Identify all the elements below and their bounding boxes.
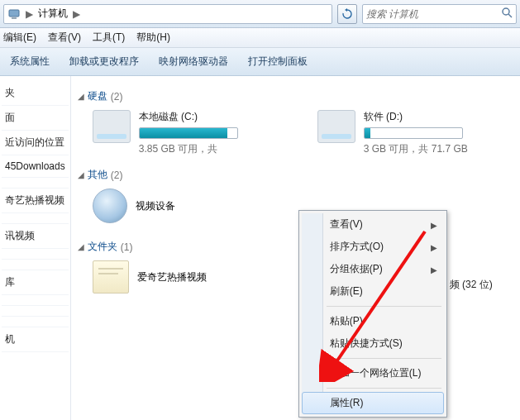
group-header-drives[interactable]: ◢ 硬盘 (2) [78,89,516,103]
ctx-add-network-location[interactable]: 添加一个网络位置(L) [302,362,444,384]
collapse-icon: ◢ [78,92,84,101]
submenu-arrow-icon: ▶ [431,265,437,274]
computer-icon [6,6,22,22]
submenu-arrow-icon: ▶ [431,242,437,251]
ctx-label: 属性(R) [330,397,364,408]
search-box[interactable] [362,4,517,24]
ctx-group[interactable]: 分组依据(P) ▶ [302,258,444,280]
main-area: 夹 面 近访问的位置 45Downloads 奇艺热播视频 讯视频 库 机 ◢ … [0,76,520,420]
device-name: 视频设备 [136,199,175,213]
camera-icon [93,189,127,223]
group-label: 其他 [88,168,107,182]
ctx-label: 分组依据(P) [330,263,383,274]
cmd-control-panel[interactable]: 打开控制面板 [248,55,308,69]
usage-bar [139,127,238,139]
drive-c[interactable]: 本地磁盘 (C:) 3.85 GB 可用，共 [93,110,291,156]
drive-free-text: 3.85 GB 可用，共 [139,142,238,156]
refresh-button[interactable] [337,4,357,24]
sidebar-item [2,317,69,327]
ctx-sort[interactable]: 排序方式(O) ▶ [302,236,444,258]
group-label: 文件夹 [88,240,117,254]
drive-name: 软件 (D:) [364,110,468,124]
cmd-uninstall[interactable]: 卸载或更改程序 [69,55,139,69]
svg-rect-0 [9,10,19,17]
sidebar-item [2,249,69,260]
menu-bar: 编辑(E) 查看(V) 工具(T) 帮助(H) [0,28,520,48]
sidebar-item[interactable]: 机 [2,327,69,352]
menu-view[interactable]: 查看(V) [48,31,81,45]
usage-bar [364,127,463,139]
ctx-label: 粘贴(P) [330,315,363,327]
ctx-label: 刷新(E) [330,285,363,297]
ctx-separator [327,306,441,307]
sidebar-item[interactable]: 讯视频 [2,224,69,249]
sidebar-item[interactable]: 面 [2,106,69,131]
context-menu: 查看(V) ▶ 排序方式(O) ▶ 分组依据(P) ▶ 刷新(E) 粘贴(P) … [298,210,447,418]
group-label: 硬盘 [88,89,107,103]
ctx-view[interactable]: 查看(V) ▶ [302,213,444,236]
group-count: (2) [111,169,123,181]
sidebar-item [2,306,69,317]
breadcrumb-sep-icon: ▶ [22,8,36,20]
ctx-label: 查看(V) [330,218,363,230]
sidebar-item [2,295,69,306]
search-input[interactable] [366,8,501,20]
navigation-pane[interactable]: 夹 面 近访问的位置 45Downloads 奇艺热播视频 讯视频 库 机 [0,76,71,420]
hdd-icon [317,110,355,143]
drive-d[interactable]: 软件 (D:) 3 GB 可用，共 71.7 GB [317,110,516,156]
menu-help[interactable]: 帮助(H) [136,31,170,45]
hdd-icon [93,110,131,143]
sidebar-item[interactable]: 近访问的位置 [2,131,69,155]
ctx-label: 添加一个网络位置(L) [330,367,422,379]
sidebar-item[interactable]: 45Downloads [2,155,69,178]
cmd-map-network-drive[interactable]: 映射网络驱动器 [159,55,228,69]
ctx-separator [327,358,441,359]
breadcrumb-sep-icon: ▶ [69,8,83,20]
command-bar: 系统属性 卸载或更改程序 映射网络驱动器 打开控制面板 [0,48,520,76]
collapse-icon: ◢ [78,242,84,251]
cmd-system-properties[interactable]: 系统属性 [10,55,50,69]
breadcrumb[interactable]: ▶ 计算机 ▶ [3,4,332,24]
breadcrumb-location[interactable]: 计算机 [36,7,69,21]
group-header-other[interactable]: ◢ 其他 (2) [78,168,516,182]
ctx-paste[interactable]: 粘贴(P) [302,310,444,332]
sidebar-item[interactable]: 奇艺热播视频 [2,189,69,213]
sidebar-item [2,260,69,270]
drive-free-text: 3 GB 可用，共 71.7 GB [364,142,468,156]
sidebar-item[interactable]: 夹 [2,81,69,106]
file-icon [93,260,129,294]
ctx-separator [327,388,441,389]
device-item-right[interactable]: 频 (32 位) [450,278,493,292]
submenu-arrow-icon: ▶ [431,220,437,229]
address-bar: ▶ 计算机 ▶ [0,0,520,28]
content-pane[interactable]: ◢ 硬盘 (2) 本地磁盘 (C:) 3.85 GB 可用，共 软件 (D:) … [71,76,520,420]
ctx-properties[interactable]: 属性(R) [302,392,444,414]
svg-point-2 [503,8,509,15]
ctx-paste-shortcut[interactable]: 粘贴快捷方式(S) [302,332,444,355]
ctx-label: 排序方式(O) [330,241,384,252]
drive-name: 本地磁盘 (C:) [139,110,238,124]
sidebar-item [2,178,69,189]
folder-name: 爱奇艺热播视频 [137,270,207,284]
search-icon [501,7,513,21]
group-header-folders[interactable]: ◢ 文件夹 (1) [78,240,516,254]
svg-rect-1 [12,17,17,19]
ctx-label: 粘贴快捷方式(S) [330,337,403,349]
menu-edit[interactable]: 编辑(E) [3,31,36,45]
svg-line-3 [508,14,512,17]
group-count: (2) [111,91,123,103]
sidebar-item[interactable]: 库 [2,270,69,295]
ctx-refresh[interactable]: 刷新(E) [302,280,444,303]
sidebar-item [2,213,69,224]
menu-tools[interactable]: 工具(T) [93,31,125,45]
collapse-icon: ◢ [78,170,84,179]
group-count: (1) [121,241,133,253]
